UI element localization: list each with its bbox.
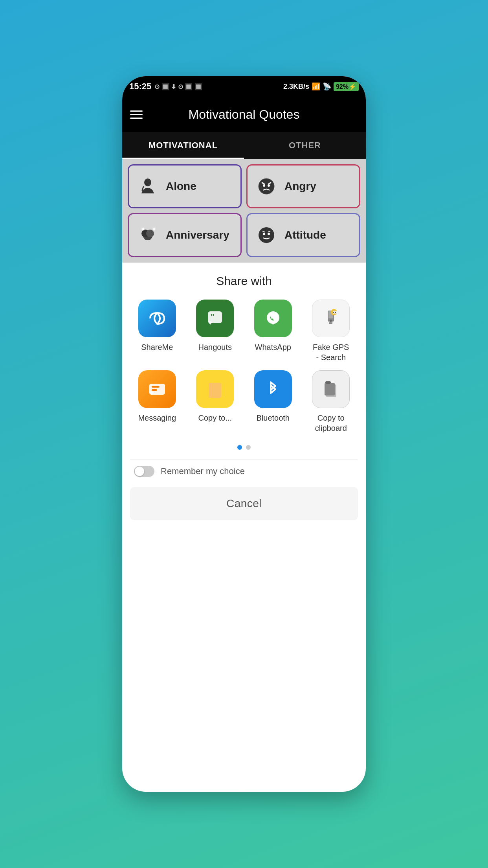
tab-bar: MOTIVATIONAL OTHER [122, 132, 366, 159]
messaging-label: Messaging [138, 413, 176, 423]
anniversary-label: Anniversary [166, 229, 229, 241]
fakegps-label: Fake GPS- Search [313, 342, 349, 362]
messaging-icon [138, 370, 176, 408]
bluetooth-icon [254, 370, 292, 408]
wifi-icon: 📡 [323, 82, 331, 91]
svg-rect-28 [209, 383, 221, 398]
category-angry[interactable]: Angry [246, 164, 360, 208]
tab-motivational[interactable]: MOTIVATIONAL [122, 132, 244, 159]
share-item-whatsapp[interactable]: WhatsApp [246, 300, 300, 362]
tab-other[interactable]: OTHER [244, 132, 366, 159]
svg-text:✦: ✦ [141, 226, 145, 232]
svg-text:👀: 👀 [332, 310, 338, 315]
cancel-button[interactable]: Cancel [130, 487, 358, 520]
alone-label: Alone [166, 180, 196, 193]
svg-rect-26 [152, 389, 157, 391]
battery: 92%⚡ [334, 82, 359, 91]
bluetooth-label: Bluetooth [256, 413, 290, 423]
share-item-messaging[interactable]: Messaging [130, 370, 184, 433]
svg-point-11 [259, 227, 274, 243]
copyclipboard-label: Copy to clipboard [304, 413, 358, 433]
shareme-label: ShareMe [141, 342, 173, 352]
category-alone[interactable]: Alone [128, 164, 242, 208]
phone-frame: 15:25 ⊙ 🔲 ⬇ ⊙ 🔲 🔲 2.3KB/s 📶 📡 92%⚡ Motiv… [122, 76, 366, 792]
share-item-bluetooth[interactable]: Bluetooth [246, 370, 300, 433]
category-anniversary[interactable]: ✦ ✦ Anniversary [128, 213, 242, 257]
svg-rect-20 [329, 322, 332, 324]
hangouts-label: Hangouts [198, 342, 232, 352]
svg-point-0 [144, 178, 151, 186]
pagination-dots [130, 445, 358, 450]
app-title: Motivational Quotes [150, 107, 338, 122]
svg-text:": " [211, 312, 214, 321]
svg-rect-25 [152, 386, 160, 388]
hamburger-line [130, 118, 143, 119]
share-item-copyto[interactable]: Copy to... [188, 370, 242, 433]
dot-1 [237, 445, 242, 450]
app-bar: Motivational Quotes [122, 97, 366, 132]
status-bar: 15:25 ⊙ 🔲 ⬇ ⊙ 🔲 🔲 2.3KB/s 📶 📡 92%⚡ [122, 76, 366, 97]
fakegps-icon: 👀 [312, 300, 350, 337]
copyto-label: Copy to... [198, 413, 232, 423]
share-title: Share with [130, 274, 358, 288]
hamburger-line [130, 110, 143, 112]
share-item-copyclipboard[interactable]: Copy to clipboard [304, 370, 358, 433]
category-attitude[interactable]: Attitude [246, 213, 360, 257]
whatsapp-icon [254, 300, 292, 337]
hamburger-line [130, 114, 143, 115]
remember-row: Remember my choice [130, 459, 358, 483]
attitude-label: Attitude [284, 229, 326, 241]
status-right: 2.3KB/s 📶 📡 92%⚡ [283, 82, 359, 91]
copyclipboard-icon [312, 370, 350, 408]
signal-icons: 📶 [312, 82, 320, 91]
alone-icon [137, 175, 159, 197]
svg-point-6 [268, 184, 270, 187]
share-item-fakegps[interactable]: 👀 Fake GPS- Search [304, 300, 358, 362]
remember-label: Remember my choice [161, 466, 245, 476]
svg-rect-31 [325, 381, 331, 384]
anniversary-icon: ✦ ✦ [137, 224, 159, 246]
copyto-icon [196, 370, 234, 408]
svg-text:✦: ✦ [152, 226, 156, 232]
share-sheet: Share with ShareMe " [122, 263, 366, 528]
angry-icon [255, 175, 277, 197]
svg-point-5 [263, 184, 265, 187]
dot-2 [246, 445, 251, 450]
shareme-icon [138, 300, 176, 337]
status-icons: ⊙ 🔲 ⬇ ⊙ 🔲 🔲 [154, 83, 202, 90]
svg-point-12 [263, 233, 265, 235]
svg-rect-14 [208, 311, 222, 323]
svg-point-13 [268, 233, 270, 235]
svg-point-19 [330, 320, 332, 322]
svg-rect-30 [325, 383, 335, 395]
network-speed: 2.3KB/s [283, 83, 309, 91]
menu-button[interactable] [130, 110, 143, 119]
share-item-hangouts[interactable]: " Hangouts [188, 300, 242, 362]
remember-toggle[interactable] [134, 466, 154, 477]
share-grid: ShareMe " Hangouts [130, 300, 358, 433]
hangouts-icon: " [196, 300, 234, 337]
category-grid: Alone Angry [122, 159, 366, 263]
status-left: 15:25 ⊙ 🔲 ⬇ ⊙ 🔲 🔲 [129, 81, 202, 92]
attitude-icon [255, 224, 277, 246]
angry-label: Angry [284, 180, 316, 193]
time: 15:25 [129, 81, 151, 92]
share-item-shareme[interactable]: ShareMe [130, 300, 184, 362]
whatsapp-label: WhatsApp [255, 342, 291, 352]
